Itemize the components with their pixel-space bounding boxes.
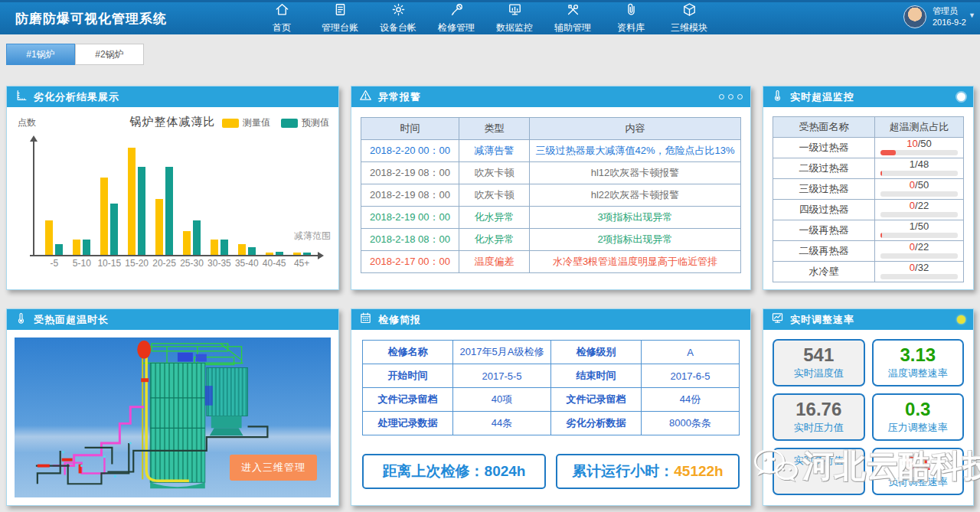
overtemp-progress	[880, 191, 958, 197]
alarm-col-header: 时间	[361, 118, 459, 140]
nav-item-三维模块[interactable]: 三维模块	[660, 2, 718, 34]
surface-name: 一级再热器	[773, 220, 875, 241]
bar-group-10-15: 10-15	[96, 178, 123, 255]
bar-group-35-40: 35-40	[233, 244, 260, 255]
overtemp-col-header: 超温测点占比	[875, 117, 964, 138]
overtemp-ratio: 0/50	[875, 180, 963, 190]
bar-测量值	[45, 220, 53, 255]
chevron-down-icon[interactable]: ▼	[969, 11, 975, 19]
app-title: 防磨防爆可视化管理系统	[0, 10, 253, 28]
boiler-tabs: #1锅炉#2锅炉	[6, 44, 144, 65]
rate-card-压力调整速率[interactable]: 0.3压力调整速率	[872, 393, 965, 441]
maintenance-value: A	[642, 341, 740, 364]
overtemp-progress	[880, 274, 958, 279]
overtemp-row[interactable]: 四级过热器0/22	[773, 200, 964, 220]
bar-测量值	[266, 253, 273, 255]
home-icon	[275, 2, 289, 20]
y-axis	[33, 138, 34, 256]
overtemp-row[interactable]: 一级过热器10/50	[773, 138, 964, 158]
overtemp-ratio: 0/22	[875, 201, 963, 210]
bar-预测值	[83, 240, 90, 255]
overtemp-row[interactable]: 二级过热器1/48	[773, 158, 964, 179]
since-last-maintenance-stat[interactable]: 距离上次检修：8024h	[362, 454, 546, 489]
maintenance-value: 44份	[642, 388, 740, 412]
maintenance-label: 劣化分析数据	[551, 412, 642, 435]
panel-title: 受热面超温时长	[34, 313, 109, 327]
rate-value: 0.3	[874, 399, 963, 420]
maintenance-label: 结束时间	[551, 364, 642, 388]
panel-abnormal-alarms: 异常报警 时间类型内容 2018-2-20 00：00减薄告警三级过热器最大减薄…	[351, 86, 751, 290]
rate-card-实时负荷值[interactable]: 实时负荷值	[773, 448, 865, 495]
bar-预测值	[138, 167, 145, 255]
avatar	[903, 5, 926, 28]
alarm-row[interactable]: 2018-2-19 00：00化水异常3项指标出现异常	[361, 207, 741, 229]
nav-item-数据监控[interactable]: 数据监控	[485, 2, 544, 34]
bar-group-20-25: 20-25	[151, 167, 178, 255]
alarm-row[interactable]: 2018-2-20 00：00减薄告警三级过热器最大减薄值42%，危险点占比13…	[361, 140, 741, 162]
surface-name: 二级过热器	[773, 158, 875, 179]
maintenance-value: 2017-5-5	[453, 364, 551, 388]
enter-3d-button[interactable]: 进入三维管理	[230, 455, 317, 481]
alarm-row[interactable]: 2018-2-19 08：00吹灰卡顿hl12吹灰器卡顿报警	[361, 162, 741, 184]
running-hours-value: 45122h	[674, 463, 723, 480]
tab-#1锅炉[interactable]: #1锅炉	[6, 44, 75, 65]
panel-title: 实时调整速率	[790, 313, 854, 327]
maintenance-table: 检修名称2017年5月A级检修检修级别A开始时间2017-5-5结束时间2017…	[362, 340, 740, 435]
bar-group-15-20: 15-20	[123, 148, 151, 255]
nav-item-首页[interactable]: 首页	[253, 2, 311, 34]
overtemp-row[interactable]: 一级再热器1/50	[773, 220, 964, 241]
maintenance-label: 检修级别	[551, 341, 642, 364]
bar-预测值	[193, 220, 201, 255]
boiler-3d-view[interactable]: 进入三维管理	[15, 338, 331, 497]
overtemp-progress	[880, 171, 958, 176]
surface-name: 三级过热器	[773, 179, 875, 200]
status-indicator	[957, 93, 965, 101]
panel-realtime-overtemp: 实时超温监控 受热面名称超温测点占比 一级过热器10/50二级过热器1/48三级…	[763, 86, 974, 290]
nav-item-设备台帐[interactable]: 设备台帐	[369, 2, 427, 34]
rate-label: 温度调整速率	[874, 367, 963, 380]
overtemp-ratio: 10/50	[875, 139, 963, 148]
nav-item-检修管理[interactable]: 检修管理	[427, 2, 485, 34]
x-tick-label: 35-40	[233, 258, 260, 269]
bar-测量值	[183, 231, 191, 255]
alarm-row[interactable]: 2018-2-17 00：00温度偏差水冷壁3根管道温度明显高于临近管排	[361, 251, 741, 273]
nav-item-辅助管理[interactable]: 辅助管理	[544, 2, 602, 34]
panel-menu-dots[interactable]	[719, 94, 743, 99]
overtemp-row[interactable]: 水冷壁0/32	[773, 262, 964, 282]
nav-item-管理台账[interactable]: 管理台账	[311, 2, 369, 34]
nav-item-资料库[interactable]: 资料库	[602, 2, 660, 34]
thermometer-icon	[771, 89, 784, 105]
top-header: 防磨防爆可视化管理系统 首页管理台账设备台帐检修管理数据监控辅助管理资料库三维模…	[0, 0, 980, 34]
overtemp-row[interactable]: 二级再热器0/22	[773, 241, 964, 262]
panel-overtemp-duration-3d: 受热面超温时长	[6, 308, 339, 506]
rate-card-温度调整速率[interactable]: 3.13温度调整速率	[872, 339, 965, 386]
maintenance-value: 2017-6-5	[642, 364, 740, 388]
overtemp-row[interactable]: 三级过热器0/50	[773, 179, 964, 200]
alarm-row[interactable]: 2018-2-18 08：00化水异常2项指标出现异常	[361, 229, 741, 251]
rate-label: 实时温度值	[774, 367, 864, 380]
bar-测量值	[293, 253, 301, 255]
overtemp-progress	[880, 150, 958, 155]
maintenance-value: 40项	[453, 388, 551, 412]
monitor-chart-icon	[771, 311, 784, 328]
user-menu[interactable]: 管理员 2016-9-2 ▼	[903, 5, 966, 28]
alarm-row[interactable]: 2018-2-19 08：00吹灰卡顿hl22吹灰器卡顿报警	[361, 184, 741, 207]
surface-name: 二级再热器	[773, 241, 875, 262]
main-nav: 首页管理台账设备台帐检修管理数据监控辅助管理资料库三维模块	[253, 2, 718, 34]
rate-card-实时压力值[interactable]: 16.76实时压力值	[773, 393, 865, 441]
tab-#2锅炉[interactable]: #2锅炉	[75, 44, 144, 65]
rate-label: 负荷调整速率	[874, 475, 963, 489]
bar-测量值	[100, 178, 108, 255]
tools-icon	[566, 2, 580, 20]
total-running-hours-stat[interactable]: 累计运行小时：45122h	[556, 454, 740, 489]
maintenance-row: 检修名称2017年5月A级检修检修级别A	[363, 341, 740, 364]
gear-icon	[391, 2, 406, 20]
rate-card-负荷调整速率[interactable]: 5.1负荷调整速率	[872, 448, 965, 495]
rate-card-实时温度值[interactable]: 541实时温度值	[773, 339, 865, 386]
bar-group-45+: 45+	[288, 253, 315, 255]
maintenance-label: 处理记录数据	[363, 412, 453, 435]
panel-maintenance-brief: 检修简报 检修名称2017年5月A级检修检修级别A开始时间2017-5-5结束时…	[351, 308, 751, 506]
bar-测量值	[73, 240, 80, 255]
bar-预测值	[220, 240, 228, 255]
surface-name: 一级过热器	[773, 138, 875, 158]
